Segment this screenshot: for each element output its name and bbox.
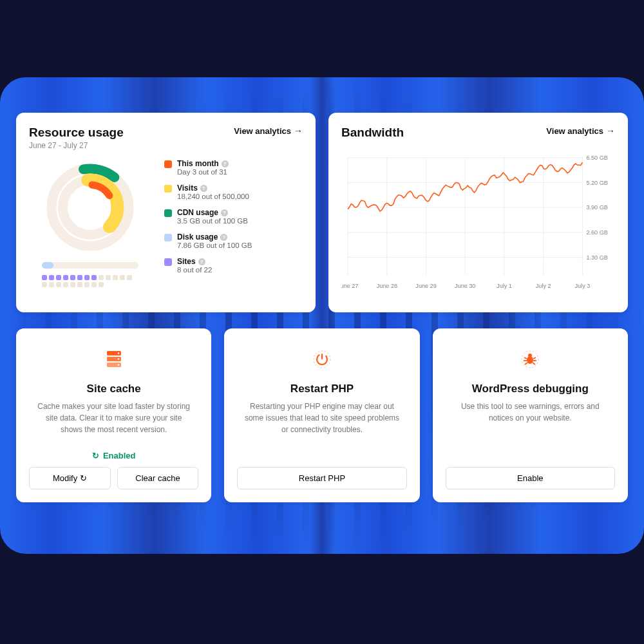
legend-value: 7.86 GB out of 100 GB bbox=[177, 242, 252, 249]
legend-swatch bbox=[164, 258, 172, 266]
legend-item: Visits ? 18,240 out of 500,000 bbox=[164, 184, 303, 200]
legend-label: Sites ? bbox=[177, 257, 212, 266]
bandwidth-title: Bandwidth bbox=[341, 126, 404, 140]
legend-item: CDN usage ? 3.5 GB out of 100 GB bbox=[164, 208, 303, 225]
x-tick-label: July 3 bbox=[575, 283, 591, 289]
site-dot bbox=[63, 282, 68, 287]
svg-point-20 bbox=[117, 352, 118, 354]
bug-icon bbox=[520, 348, 540, 371]
help-icon[interactable]: ? bbox=[221, 209, 228, 216]
y-tick-label: 6.50 GB bbox=[586, 155, 607, 161]
svg-line-33 bbox=[525, 363, 527, 365]
wp-debug-desc: Use this tool to see warnings, errors an… bbox=[446, 401, 615, 424]
y-tick-label: 1.30 GB bbox=[586, 254, 607, 261]
legend-label: Disk usage ? bbox=[177, 232, 252, 242]
legend-swatch bbox=[164, 209, 172, 217]
legend-item: This month ? Day 3 out of 31 bbox=[164, 159, 303, 176]
restart-php-card: Restart PHP Restarting your PHP engine m… bbox=[224, 328, 419, 502]
legend-value: 8 out of 22 bbox=[177, 266, 212, 274]
y-tick-label: 5.20 GB bbox=[586, 180, 607, 186]
refresh-icon: ↻ bbox=[80, 473, 87, 483]
legend-swatch bbox=[164, 185, 172, 193]
view-analytics-link[interactable]: View analytics → bbox=[546, 126, 615, 136]
site-cache-desc: Cache makes your site load faster by sto… bbox=[29, 401, 198, 435]
modify-button[interactable]: Modify ↻ bbox=[29, 467, 111, 489]
site-cache-title: Site cache bbox=[87, 383, 141, 395]
legend-value: 3.5 GB out of 100 GB bbox=[177, 217, 248, 225]
clear-cache-button[interactable]: Clear cache bbox=[117, 467, 199, 489]
site-cache-card: Site cache Cache makes your site load fa… bbox=[16, 328, 211, 502]
legend-swatch bbox=[164, 160, 172, 168]
y-tick-label: 3.90 GB bbox=[586, 204, 607, 211]
site-dot bbox=[91, 282, 97, 287]
site-dot bbox=[70, 282, 75, 287]
bandwidth-line-chart: 6.50 GB5.20 GB3.90 GB2.60 GB1.30 GBJune … bbox=[341, 149, 615, 297]
site-dot bbox=[42, 282, 47, 287]
refresh-icon: ↻ bbox=[92, 451, 99, 460]
legend-item: Disk usage ? 7.86 GB out of 100 GB bbox=[164, 232, 303, 249]
svg-point-22 bbox=[117, 364, 118, 365]
resource-donut-chart bbox=[42, 159, 138, 256]
site-dot bbox=[42, 275, 47, 280]
y-tick-label: 2.60 GB bbox=[586, 229, 607, 236]
cache-status: ↻ Enabled bbox=[92, 451, 136, 460]
x-tick-label: July 1 bbox=[497, 283, 512, 289]
legend-label: Visits ? bbox=[177, 184, 249, 193]
resource-usage-card: Resource usage June 27 - July 27 View an… bbox=[16, 113, 316, 312]
help-icon[interactable]: ? bbox=[200, 185, 207, 192]
legend-item: Sites ? 8 out of 22 bbox=[164, 257, 303, 274]
site-dot bbox=[84, 282, 90, 287]
site-dot bbox=[127, 275, 132, 280]
help-icon[interactable]: ? bbox=[220, 234, 227, 241]
site-dot bbox=[99, 275, 104, 280]
restart-php-desc: Restarting your PHP engine may clear out… bbox=[237, 401, 406, 435]
site-dot bbox=[49, 275, 54, 280]
site-dot bbox=[106, 275, 111, 280]
site-dot bbox=[99, 282, 104, 287]
bandwidth-card: Bandwidth View analytics → 6.50 GB5.20 G… bbox=[328, 113, 628, 312]
svg-line-29 bbox=[524, 357, 527, 359]
x-tick-label: June 27 bbox=[341, 283, 358, 289]
arrow-right-icon: → bbox=[606, 126, 615, 136]
resource-usage-title: Resource usage bbox=[29, 126, 124, 140]
x-tick-label: July 2 bbox=[536, 283, 551, 289]
help-icon[interactable]: ? bbox=[222, 160, 229, 167]
site-dot bbox=[77, 275, 82, 280]
enable-button[interactable]: Enable bbox=[446, 467, 615, 489]
site-dot bbox=[91, 275, 97, 280]
x-tick-label: June 28 bbox=[377, 283, 397, 289]
arrow-right-icon: → bbox=[294, 126, 303, 136]
legend-value: 18,240 out of 500,000 bbox=[177, 193, 249, 200]
svg-point-21 bbox=[117, 358, 118, 359]
site-dot bbox=[56, 275, 61, 280]
sites-dots bbox=[42, 275, 138, 287]
site-dot bbox=[63, 275, 68, 280]
site-dot bbox=[77, 282, 82, 287]
disk-usage-bar bbox=[42, 262, 138, 269]
site-dot bbox=[49, 282, 54, 287]
power-icon bbox=[312, 348, 332, 371]
help-icon[interactable]: ? bbox=[198, 258, 205, 265]
site-dot bbox=[56, 282, 61, 287]
restart-php-title: Restart PHP bbox=[290, 383, 354, 395]
legend-value: Day 3 out of 31 bbox=[177, 168, 229, 176]
x-tick-label: June 30 bbox=[455, 283, 475, 289]
svg-line-30 bbox=[533, 357, 536, 359]
site-dot bbox=[84, 275, 90, 280]
restart-php-button[interactable]: Restart PHP bbox=[237, 467, 406, 489]
view-analytics-link[interactable]: View analytics → bbox=[234, 126, 303, 136]
legend-swatch bbox=[164, 234, 172, 242]
legend-label: This month ? bbox=[177, 159, 229, 168]
svg-line-34 bbox=[533, 363, 535, 365]
site-dot bbox=[120, 275, 125, 280]
resource-usage-daterange: June 27 - July 27 bbox=[29, 141, 124, 150]
legend-label: CDN usage ? bbox=[177, 208, 248, 217]
cache-icon bbox=[103, 348, 125, 371]
site-dot bbox=[70, 275, 75, 280]
wp-debug-title: WordPress debugging bbox=[472, 383, 589, 395]
site-dot bbox=[113, 275, 118, 280]
svg-point-28 bbox=[528, 354, 532, 357]
wp-debug-card: WordPress debugging Use this tool to see… bbox=[433, 328, 628, 502]
x-tick-label: June 29 bbox=[415, 283, 436, 289]
